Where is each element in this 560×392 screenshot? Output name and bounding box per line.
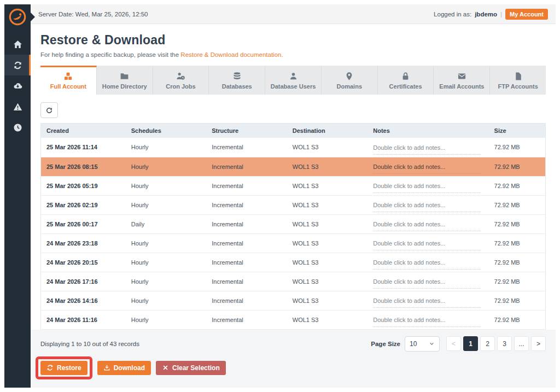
sidebar-item-downloads[interactable] [4, 75, 31, 96]
table-row[interactable]: 25 Mar 2026 00:17DailyIncrementalWOL1 S3… [41, 214, 545, 233]
column-header-size[interactable]: Size [490, 124, 545, 138]
tab-database-users[interactable]: Database Users [265, 66, 322, 95]
cell-created: 25 Mar 2026 11:14 [41, 138, 127, 157]
cell-schedules: Hourly [127, 253, 208, 272]
table-row[interactable]: 25 Mar 2026 02:19HourlyIncrementalWOL1 S… [41, 195, 545, 214]
pagination: <123...> [446, 336, 546, 351]
cell-schedules: Daily [127, 214, 208, 233]
cell-size: 72.92 MB [490, 157, 545, 176]
tab-certificates[interactable]: Certificates [378, 66, 434, 95]
tab-label: Cron Jobs [166, 83, 195, 90]
cell-destination: WOL1 S3 [288, 195, 369, 214]
tab-cron-jobs[interactable]: Cron Jobs [153, 66, 209, 95]
home-icon [13, 40, 22, 49]
notes-placeholder[interactable]: Double click to add notes... [373, 315, 481, 327]
cell-schedules: Hourly [127, 310, 208, 329]
column-header-destination[interactable]: Destination [288, 124, 369, 138]
sidebar-item-restore-download[interactable] [4, 55, 31, 75]
cell-notes[interactable]: Double click to add notes... [369, 310, 489, 329]
column-header-schedules[interactable]: Schedules [127, 124, 208, 138]
notes-placeholder[interactable]: Double click to add notes... [373, 258, 481, 270]
lock-icon [401, 72, 410, 81]
restore-button[interactable]: Restore [40, 361, 88, 375]
sidebar-item-home[interactable] [4, 34, 31, 55]
page-button-...[interactable]: ... [514, 336, 529, 351]
cell-structure: Incremental [207, 176, 288, 195]
documentation-link[interactable]: Restore & Download documentation. [180, 51, 283, 58]
action-buttons: RestoreDownloadClear Selection [40, 356, 546, 379]
cell-structure: Incremental [207, 291, 288, 310]
notes-placeholder[interactable]: Double click to add notes... [373, 182, 481, 193]
tab-domains[interactable]: Domains [322, 66, 378, 95]
cell-created: 24 Mar 2026 23:18 [41, 233, 127, 253]
column-header-structure[interactable]: Structure [207, 124, 288, 138]
notes-placeholder[interactable]: Double click to add notes... [373, 296, 481, 308]
page-size-label: Page Size [371, 341, 400, 347]
cell-notes[interactable]: Double click to add notes... [369, 291, 489, 310]
tab-full-account[interactable]: Full Account [40, 66, 97, 95]
table-row[interactable]: 24 Mar 2026 11:16HourlyIncrementalWOL1 S… [41, 310, 545, 329]
cell-notes[interactable]: Double click to add notes... [369, 138, 489, 157]
clear-selection-button[interactable]: Clear Selection [156, 361, 226, 375]
tab-label: Domains [337, 83, 362, 90]
cell-notes[interactable]: Double click to add notes... [369, 214, 489, 233]
cell-destination: WOL1 S3 [288, 253, 369, 272]
page-button-next[interactable]: > [531, 336, 546, 351]
notes-placeholder[interactable]: Double click to add notes... [373, 277, 481, 289]
page-button-1[interactable]: 1 [463, 336, 478, 351]
table-row[interactable]: 24 Mar 2026 20:15HourlyIncrementalWOL1 S… [41, 253, 545, 272]
cell-destination: WOL1 S3 [288, 291, 369, 310]
page-size-select[interactable]: 10 [405, 336, 440, 352]
tab-home-directory[interactable]: Home Directory [97, 66, 153, 95]
column-header-created[interactable]: Created [41, 124, 127, 138]
table-row[interactable]: 24 Mar 2026 23:18HourlyIncrementalWOL1 S… [41, 233, 545, 253]
tab-ftp-accounts[interactable]: FTP Accounts [490, 66, 546, 95]
cell-size: 72.92 MB [490, 310, 545, 329]
column-header-notes[interactable]: Notes [369, 124, 489, 138]
cubes-icon [63, 72, 73, 81]
cell-destination: WOL1 S3 [288, 272, 369, 291]
cell-size: 72.92 MB [490, 138, 545, 157]
annotation-highlight-box: Restore [36, 356, 92, 379]
table-row[interactable]: 24 Mar 2026 14:16HourlyIncrementalWOL1 S… [41, 291, 545, 310]
table-row[interactable]: 24 Mar 2026 17:16HourlyIncrementalWOL1 S… [41, 272, 545, 291]
refresh-icon [45, 107, 53, 114]
tab-email-accounts[interactable]: Email Accounts [434, 66, 490, 95]
table-row[interactable]: 25 Mar 2026 05:19HourlyIncrementalWOL1 S… [41, 176, 545, 195]
cell-notes[interactable]: Double click to add notes... [369, 176, 489, 195]
page-button-prev[interactable]: < [446, 336, 461, 351]
clock-icon [13, 123, 22, 132]
app-logo[interactable] [4, 4, 31, 30]
notes-placeholder[interactable]: Double click to add notes... [373, 220, 481, 231]
notes-placeholder[interactable]: Double click to add notes... [373, 201, 481, 212]
main-column: Server Date: Wed, Mar 25, 2026, 12:50 Lo… [31, 4, 556, 388]
my-account-button[interactable]: My Account [505, 9, 548, 20]
tab-label: Certificates [389, 83, 422, 90]
cell-notes[interactable]: Double click to add notes... [369, 195, 489, 214]
tab-databases[interactable]: Databases [209, 66, 265, 95]
notes-placeholder[interactable]: Double click to add notes... [373, 162, 481, 174]
notes-placeholder[interactable]: Double click to add notes... [373, 143, 481, 155]
table-row[interactable]: 25 Mar 2026 11:14HourlyIncrementalWOL1 S… [41, 138, 545, 157]
page-button-2[interactable]: 2 [480, 336, 495, 351]
username: jbdemo [475, 11, 497, 17]
download-button[interactable]: Download [97, 361, 151, 375]
cell-notes[interactable]: Double click to add notes... [369, 253, 489, 272]
file-icon [514, 72, 523, 81]
cell-notes[interactable]: Double click to add notes... [369, 157, 489, 176]
cell-notes[interactable]: Double click to add notes... [369, 272, 489, 291]
chevron-down-icon [429, 341, 435, 347]
cell-destination: WOL1 S3 [288, 138, 369, 157]
cell-notes[interactable]: Double click to add notes... [369, 233, 489, 253]
sidebar-item-alerts[interactable] [4, 96, 31, 117]
table-row-selected[interactable]: 25 Mar 2026 08:15HourlyIncrementalWOL1 S… [41, 157, 545, 176]
sidebar-item-queue-history[interactable] [4, 117, 31, 138]
page-subtitle: For help finding a specific backup, plea… [40, 51, 546, 58]
tab-label: FTP Accounts [498, 83, 538, 90]
jetbackup-logo-icon [8, 8, 27, 26]
notes-placeholder[interactable]: Double click to add notes... [373, 239, 481, 250]
folder-icon [120, 72, 129, 81]
refresh-button[interactable] [40, 102, 58, 118]
page-button-3[interactable]: 3 [497, 336, 512, 351]
cell-structure: Incremental [207, 138, 288, 157]
